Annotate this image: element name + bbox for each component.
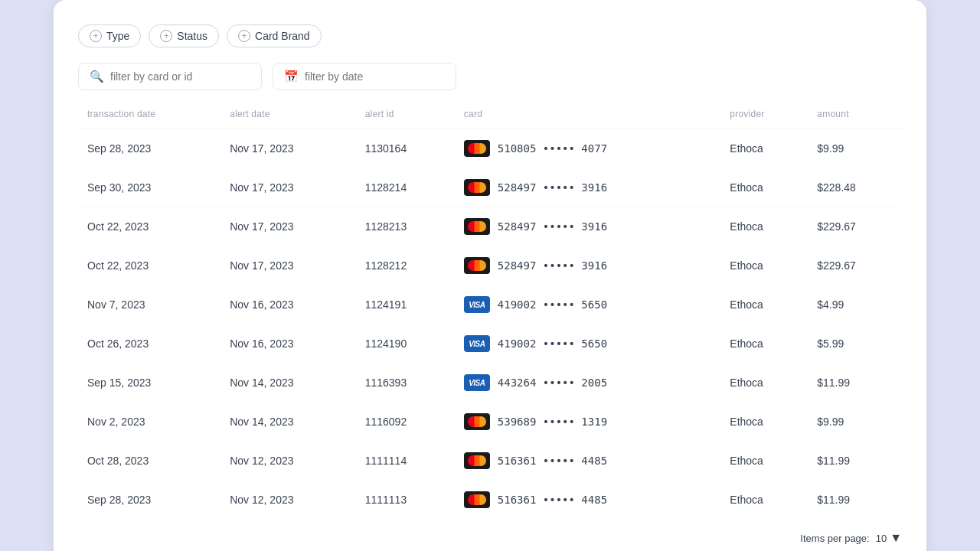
amount-cell: $11.99	[808, 364, 902, 403]
table-row[interactable]: Sep 28, 2023Nov 17, 20231130164510805 ••…	[78, 129, 902, 168]
alert-date-cell: Nov 17, 2023	[220, 129, 355, 168]
card-number: 510805 ••••• 4077	[498, 142, 607, 155]
provider-cell: Ethoca	[720, 129, 808, 168]
card-cell: 528497 ••••• 3916	[455, 246, 721, 285]
alert-date-cell: Nov 17, 2023	[220, 246, 355, 285]
table-row[interactable]: Sep 15, 2023Nov 14, 20231116393VISA44326…	[78, 364, 902, 403]
alert-date-cell: Nov 16, 2023	[220, 324, 355, 364]
card-number: 539689 ••••• 1319	[498, 416, 607, 428]
transactions-table: transaction date alert date alert id car…	[78, 109, 902, 519]
alert-date-cell: Nov 17, 2023	[220, 168, 355, 207]
provider-cell: Ethoca	[720, 442, 808, 481]
alert-id-cell: 1128214	[356, 168, 455, 207]
card-cell: VISA419002 ••••• 5650	[455, 285, 721, 324]
alert-date-cell: Nov 17, 2023	[220, 207, 355, 246]
alert-id-cell: 1111114	[356, 442, 455, 481]
provider-cell: Ethoca	[720, 324, 808, 364]
table-row[interactable]: Oct 22, 2023Nov 17, 20231128213528497 ••…	[78, 207, 902, 246]
table-row[interactable]: Sep 28, 2023Nov 12, 20231111113516361 ••…	[78, 481, 902, 520]
visa-icon: VISA	[464, 374, 490, 391]
status-filter-button[interactable]: + Status	[149, 24, 219, 47]
mastercard-icon	[464, 140, 490, 157]
transaction-date-cell: Sep 15, 2023	[78, 364, 220, 403]
transaction-date-cell: Oct 22, 2023	[78, 207, 220, 246]
mastercard-icon	[464, 257, 490, 274]
filter-buttons-row: + Type + Status + Card Brand	[78, 24, 902, 47]
items-per-page-label: Items per page:	[800, 533, 869, 544]
provider-cell: Ethoca	[720, 207, 808, 246]
alert-id-cell: 1128213	[356, 207, 455, 246]
card-cell: 510805 ••••• 4077	[455, 129, 721, 168]
card-search-input[interactable]	[110, 70, 250, 83]
card-number: 528497 ••••• 3916	[498, 181, 607, 194]
table-footer: Items per page: 10 ▼	[78, 531, 902, 545]
table-body: Sep 28, 2023Nov 17, 20231130164510805 ••…	[78, 129, 902, 520]
transaction-date-cell: Nov 7, 2023	[78, 285, 220, 324]
amount-cell: $229.67	[808, 207, 902, 246]
card-cell: 516361 ••••• 4485	[455, 442, 721, 481]
transaction-date-cell: Sep 28, 2023	[78, 129, 220, 168]
amount-cell: $5.99	[808, 324, 902, 364]
card-brand-filter-button[interactable]: + Card Brand	[227, 24, 322, 47]
mastercard-icon	[464, 218, 490, 235]
provider-cell: Ethoca	[720, 246, 808, 285]
visa-icon: VISA	[464, 335, 490, 352]
table-row[interactable]: Oct 22, 2023Nov 17, 20231128212528497 ••…	[78, 246, 902, 285]
amount-cell: $9.99	[808, 129, 902, 168]
amount-cell: $4.99	[808, 285, 902, 324]
table-row[interactable]: Oct 26, 2023Nov 16, 20231124190VISA41900…	[78, 324, 902, 364]
card-number: 443264 ••••• 2005	[498, 377, 607, 389]
table-header-row: transaction date alert date alert id car…	[78, 109, 902, 129]
alert-id-cell: 1124191	[356, 285, 455, 324]
provider-cell: Ethoca	[720, 168, 808, 207]
card-number: 516361 ••••• 4485	[498, 494, 607, 506]
alert-id-cell: 1124190	[356, 324, 455, 364]
items-per-page-value: 10	[876, 533, 887, 544]
card-brand-filter-label: Card Brand	[255, 30, 310, 42]
alert-date-cell: Nov 12, 2023	[220, 481, 355, 520]
provider-cell: Ethoca	[720, 364, 808, 403]
alert-id-cell: 1116393	[356, 364, 455, 403]
table-row[interactable]: Nov 7, 2023Nov 16, 20231124191VISA419002…	[78, 285, 902, 324]
visa-icon: VISA	[464, 296, 490, 313]
mastercard-icon	[464, 491, 490, 508]
alert-id-cell: 1111113	[356, 481, 455, 520]
type-filter-label: Type	[106, 30, 129, 42]
card-cell: 516361 ••••• 4485	[455, 481, 721, 520]
type-filter-button[interactable]: + Type	[78, 24, 141, 47]
alert-date-cell: Nov 12, 2023	[220, 442, 355, 481]
amount-cell: $11.99	[808, 481, 902, 520]
transaction-date-cell: Sep 30, 2023	[78, 168, 220, 207]
items-per-page-select[interactable]: 10 ▼	[876, 531, 902, 545]
calendar-icon: 📅	[284, 70, 299, 83]
transaction-date-cell: Oct 22, 2023	[78, 246, 220, 285]
col-transaction-date: transaction date	[78, 109, 220, 129]
card-cell: 539689 ••••• 1319	[455, 403, 721, 442]
transaction-date-cell: Oct 28, 2023	[78, 442, 220, 481]
mastercard-icon	[464, 452, 490, 469]
type-plus-icon: +	[90, 30, 102, 42]
mastercard-icon	[464, 413, 490, 430]
amount-cell: $228.48	[808, 168, 902, 207]
table-row[interactable]: Nov 2, 2023Nov 14, 20231116092539689 •••…	[78, 403, 902, 442]
search-icon: 🔍	[90, 70, 104, 83]
amount-cell: $229.67	[808, 246, 902, 285]
alert-date-cell: Nov 16, 2023	[220, 285, 355, 324]
table-row[interactable]: Sep 30, 2023Nov 17, 20231128214528497 ••…	[78, 168, 902, 207]
transaction-date-cell: Nov 2, 2023	[78, 403, 220, 442]
search-row: 🔍 📅	[78, 63, 902, 90]
alert-date-cell: Nov 14, 2023	[220, 403, 355, 442]
card-number: 528497 ••••• 3916	[498, 220, 607, 233]
date-search-wrap: 📅	[273, 63, 456, 90]
table-row[interactable]: Oct 28, 2023Nov 12, 20231111114516361 ••…	[78, 442, 902, 481]
card-cell: VISA443264 ••••• 2005	[455, 364, 721, 403]
card-number: 516361 ••••• 4485	[498, 455, 607, 467]
alert-id-cell: 1130164	[356, 129, 455, 168]
card-cell: 528497 ••••• 3916	[455, 168, 721, 207]
col-alert-id: alert id	[356, 109, 455, 129]
col-amount: amount	[808, 109, 902, 129]
col-alert-date: alert date	[220, 109, 355, 129]
card-cell: 528497 ••••• 3916	[455, 207, 721, 246]
main-card: + Type + Status + Card Brand 🔍 📅 transac…	[54, 0, 926, 551]
date-search-input[interactable]	[305, 70, 445, 83]
